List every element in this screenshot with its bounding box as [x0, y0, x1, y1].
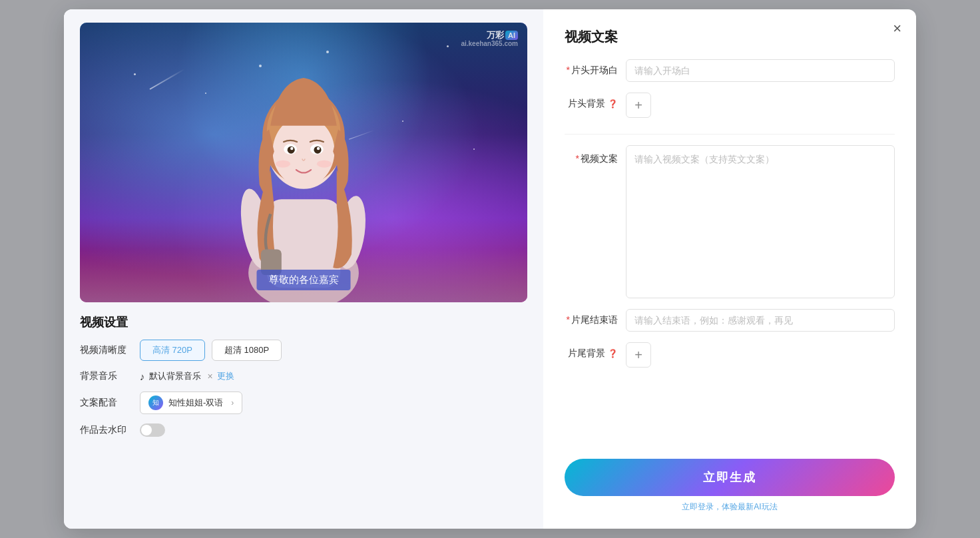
watermark-toggle[interactable]: [140, 423, 165, 437]
settings-title: 视频设置: [80, 314, 527, 330]
modal: ×: [64, 9, 916, 529]
ending-bg-controls: +: [626, 342, 651, 368]
divider: [565, 134, 895, 134]
opening-row: *片头开场白: [565, 59, 895, 82]
resolution-fhd-button[interactable]: 超清 1080P: [212, 340, 282, 361]
header-bg-row: 片头背景 ❓ +: [565, 93, 895, 118]
music-name: 默认背景音乐: [149, 370, 201, 382]
voice-avatar: 知: [148, 396, 163, 410]
resolution-label: 视频清晰度: [80, 344, 133, 356]
subtitle-box: 尊敬的各位嘉宾: [257, 270, 351, 290]
music-change-button[interactable]: 更换: [217, 370, 234, 382]
watermark-row: 作品去水印: [80, 423, 527, 437]
voice-arrow-icon: ›: [231, 398, 234, 407]
close-button[interactable]: ×: [893, 21, 901, 36]
resolution-hd-button[interactable]: 高清 720P: [140, 340, 205, 361]
right-panel: 视频文案 *片头开场白 片头背景 ❓ +: [543, 9, 916, 529]
header-bg-label: 片头背景 ❓: [565, 93, 618, 110]
settings-section: 视频设置 视频清晰度 高清 720P 超清 1080P 背景音乐 ♪ 默认背景音…: [80, 314, 527, 446]
music-info: ♪ 默认背景音乐 × 更换: [140, 370, 234, 382]
login-hint: 立即登录，体验最新AI玩法: [565, 501, 895, 513]
watermark-label: 作品去水印: [80, 424, 133, 436]
left-panel: 万彩 AI ai.keehan365.com 尊敬的各位嘉宾 视频设置 视频清晰…: [64, 9, 543, 529]
opening-required-star: *: [567, 65, 570, 75]
ending-required-star: *: [567, 314, 570, 325]
header-bg-add-button[interactable]: +: [626, 93, 651, 118]
content-label: *视频文案: [565, 145, 618, 165]
opening-input[interactable]: [626, 59, 895, 82]
svg-point-15: [276, 160, 290, 168]
header-bg-hint-icon[interactable]: ❓: [608, 99, 618, 109]
ending-bg-add-button[interactable]: +: [626, 342, 651, 368]
ending-input[interactable]: [626, 309, 895, 332]
content-row: *视频文案: [565, 145, 895, 298]
ending-row: *片尾结束语: [565, 309, 895, 332]
opening-label: *片头开场白: [565, 59, 618, 77]
video-preview: 万彩 AI ai.keehan365.com 尊敬的各位嘉宾: [80, 23, 527, 302]
music-row: 背景音乐 ♪ 默认背景音乐 × 更换: [80, 370, 527, 382]
ending-label: *片尾结束语: [565, 309, 618, 326]
resolution-row: 视频清晰度 高清 720P 超清 1080P: [80, 340, 527, 361]
content-textarea[interactable]: [626, 145, 895, 298]
ending-bg-hint-icon[interactable]: ❓: [608, 349, 618, 358]
svg-point-14: [317, 147, 320, 150]
content-required-star: *: [576, 153, 579, 164]
svg-point-8: [273, 116, 335, 186]
ending-bg-row: 片尾背景 ❓ +: [565, 342, 895, 368]
right-title: 视频文案: [565, 28, 895, 46]
svg-point-16: [317, 160, 332, 168]
voice-select-button[interactable]: 知 知性姐姐-双语 ›: [140, 392, 242, 414]
modal-overlay: ×: [0, 0, 980, 538]
voice-name: 知性姐姐-双语: [168, 397, 223, 409]
svg-point-13: [290, 147, 293, 150]
ending-bg-label: 片尾背景 ❓: [565, 342, 618, 360]
voice-label: 文案配音: [80, 397, 133, 409]
header-bg-controls: +: [626, 93, 651, 118]
voice-row: 文案配音 知 知性姐姐-双语 ›: [80, 392, 527, 414]
login-link[interactable]: 立即登录，体验最新AI玩法: [682, 502, 777, 511]
music-icon: ♪: [140, 371, 145, 382]
music-cancel-button[interactable]: ×: [208, 371, 213, 382]
music-label: 背景音乐: [80, 370, 133, 382]
generate-button[interactable]: 立即生成: [565, 459, 895, 496]
